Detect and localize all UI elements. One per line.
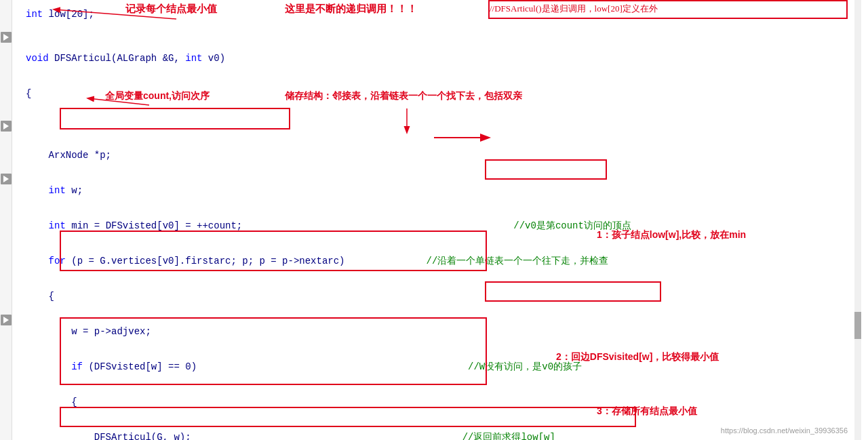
code-content-2: void DFSArticul(ALGraph &G, int v0): [26, 49, 225, 67]
code-line-9: {: [12, 287, 861, 305]
code-content-7: int min = DFSvisted[v0] = ++count;: [26, 217, 242, 235]
code-content-3: {: [26, 85, 31, 102]
annotation-store-all: 3：存储所有结点最小值: [597, 405, 697, 418]
code-line-6: int w;: [12, 182, 861, 199]
code-content-5: ArxNode *p;: [26, 146, 111, 164]
comment-13: //返回前求得low[w]: [462, 428, 555, 440]
fold-icon-1[interactable]: [1, 32, 12, 43]
code-content-11: if (DFSvisted[w] == 0): [26, 358, 197, 376]
code-area: int low[20]; void DFSArticul(ALGraph &G,…: [0, 0, 861, 440]
code-line-10: w = p->adjvex;: [12, 323, 861, 340]
fold-icon-4[interactable]: [1, 315, 12, 325]
code-content-9: {: [26, 287, 54, 305]
code-line-8: for (p = G.vertices[v0].firstarc; p; p =…: [12, 252, 861, 270]
scrollbar[interactable]: [854, 0, 861, 440]
annotation-recursive: 这里是不断的递归调用！！！: [285, 3, 417, 16]
fold-icon-3[interactable]: [1, 174, 12, 184]
comment-8: //沿着一个单链表一个一个往下走，并检查: [427, 252, 609, 270]
annotation-global-count: 全局变量count,访问次序: [105, 90, 210, 102]
code-content-1: int low[20];: [26, 5, 94, 23]
annotation-record-min: 记录每个结点最小值: [125, 3, 217, 16]
annotation-child-node: 1：孩子结点low[w],比较，放在min: [597, 229, 746, 241]
code-line-4: [12, 120, 861, 138]
code-line-2: void DFSArticul(ALGraph &G, int v0): [12, 49, 861, 67]
code-content-13: DFSArticul(G, w);: [26, 428, 191, 440]
code-line-11: if (DFSvisted[w] == 0) //W没有访问，是v0的孩子: [12, 358, 861, 376]
code-content-6: int w;: [26, 182, 83, 199]
annotation-storage: 储存结构：邻接表，沿着链表一个一个找下去，包括双亲: [285, 90, 522, 102]
annotation-back-edge: 2：回边DFSvisited[w]，比较得最小值: [556, 351, 719, 363]
code-line-12: {: [12, 393, 861, 411]
left-gutter: [0, 0, 12, 440]
code-content-8: for (p = G.vertices[v0].firstarc; p; p =…: [26, 252, 345, 270]
code-line-5: ArxNode *p;: [12, 146, 861, 164]
fold-icon-2[interactable]: [1, 121, 12, 132]
watermark: https://blog.csdn.net/weixin_39936356: [721, 426, 848, 435]
code-content-10: w = p->adjvex;: [26, 323, 151, 340]
annotation-recursive-detail: //DFSArticul()是递归调用，low[20]定义在外: [490, 3, 658, 15]
code-content-12: {: [26, 393, 77, 411]
scrollbar-thumb[interactable]: [854, 312, 861, 339]
